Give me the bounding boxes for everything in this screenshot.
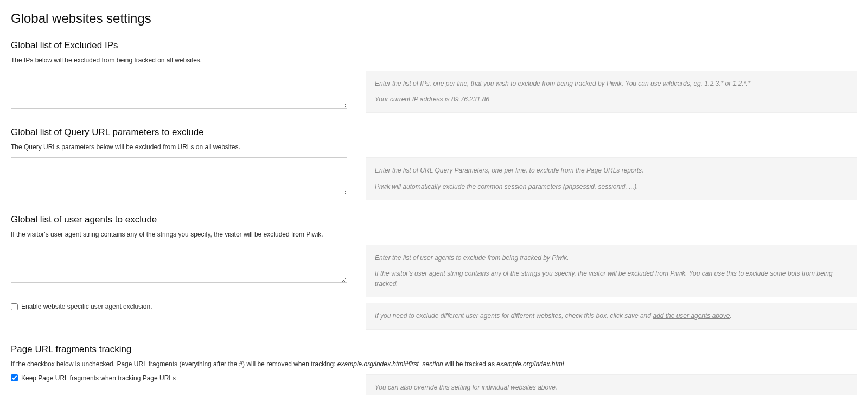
help-text: You can also override this setting for i… — [375, 383, 848, 393]
excluded-params-heading: Global list of Query URL parameters to e… — [11, 127, 857, 138]
keep-fragments-checkbox-row[interactable]: Keep Page URL fragments when tracking Pa… — [11, 374, 347, 382]
site-specific-ua-checkbox-row[interactable]: Enable website specific user agent exclu… — [11, 303, 347, 310]
help-text: Your current IP address is 89.76.231.86 — [375, 94, 848, 105]
current-ip: 89.76.231.86 — [451, 95, 489, 103]
help-text: If the visitor's user agent string conta… — [375, 269, 848, 289]
keep-fragments-label: Keep Page URL fragments when tracking Pa… — [21, 374, 176, 382]
site-specific-ua-label: Enable website specific user agent exclu… — [21, 303, 152, 310]
excluded-ips-textarea[interactable] — [11, 71, 347, 109]
help-text: Enter the list of IPs, one per line, tha… — [375, 79, 848, 89]
excluded-params-desc: The Query URLs parameters below will be … — [11, 142, 857, 152]
excluded-ips-help: Enter the list of IPs, one per line, tha… — [366, 71, 857, 113]
excluded-agents-textarea[interactable] — [11, 245, 347, 283]
help-text: If you need to exclude different user ag… — [375, 311, 848, 321]
fragments-help: You can also override this setting for i… — [366, 374, 857, 396]
help-text: Piwik will automatically exclude the com… — [375, 182, 848, 192]
help-text: Enter the list of user agents to exclude… — [375, 253, 848, 263]
excluded-agents-heading: Global list of user agents to exclude — [11, 214, 857, 225]
excluded-params-textarea[interactable] — [11, 157, 347, 195]
excluded-ips-heading: Global list of Excluded IPs — [11, 40, 857, 51]
fragments-heading: Page URL fragments tracking — [11, 344, 857, 355]
add-user-agents-link[interactable]: add the user agents above — [653, 312, 730, 320]
site-specific-ua-help: If you need to exclude different user ag… — [366, 303, 857, 329]
keep-fragments-checkbox[interactable] — [11, 374, 18, 381]
excluded-ips-desc: The IPs below will be excluded from bein… — [11, 55, 857, 65]
excluded-params-help: Enter the list of URL Query Parameters, … — [366, 157, 857, 200]
fragments-desc: If the checkbox below is unchecked, Page… — [11, 359, 857, 369]
page-title: Global websites settings — [11, 11, 857, 26]
site-specific-ua-checkbox[interactable] — [11, 303, 18, 310]
excluded-agents-desc: If the visitor's user agent string conta… — [11, 230, 857, 239]
help-text: Enter the list of URL Query Parameters, … — [375, 165, 848, 176]
excluded-agents-help: Enter the list of user agents to exclude… — [366, 245, 857, 298]
